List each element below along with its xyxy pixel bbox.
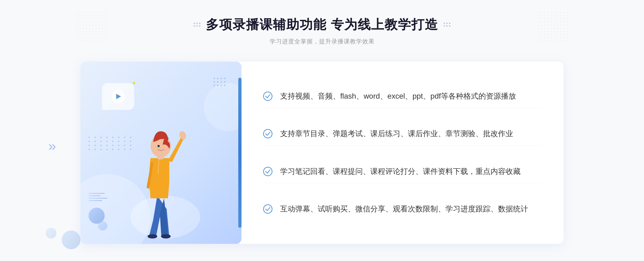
feature-text-1: 支持视频、音频、flash、word、excel、ppt、pdf等各种格式的资源… — [280, 90, 516, 102]
svg-point-2 — [161, 234, 171, 238]
feature-item-4: 互动弹幕、试听购买、微信分享、观看次数限制、学习进度跟踪、数据统计 — [263, 198, 542, 221]
check-icon-3 — [263, 167, 273, 176]
bg-circle-medium — [204, 83, 241, 131]
feature-item-2: 支持章节目录、弹题考试、课后练习、课后作业、章节测验、批改作业 — [263, 122, 542, 146]
feature-item-3: 学习笔记回看、课程提问、课程评论打分、课件资料下载，重点内容收藏 — [263, 160, 542, 183]
feature-text-2: 支持章节目录、弹题考试、课后练习、课后作业、章节测验、批改作业 — [280, 128, 513, 140]
right-panel: 支持视频、音频、flash、word、excel、ppt、pdf等各种格式的资源… — [241, 62, 564, 244]
title-dots-left — [193, 23, 200, 27]
title-row: 多项录播课辅助功能 专为线上教学打造 — [193, 16, 450, 33]
check-icon-2 — [263, 129, 273, 139]
svg-point-9 — [264, 167, 272, 176]
svg-point-8 — [264, 129, 272, 138]
illustration-figure — [122, 105, 208, 244]
feature-text-4: 互动弹幕、试听购买、微信分享、观看次数限制、学习进度跟踪、数据统计 — [280, 203, 528, 215]
check-icon-1 — [263, 91, 273, 101]
main-title: 多项录播课辅助功能 专为线上教学打造 — [206, 16, 438, 33]
header-section: 多项录播课辅助功能 专为线上教学打造 学习进度全掌握，提升录播课教学效果 — [193, 16, 450, 46]
left-panel: ✦ — [80, 62, 241, 244]
svg-point-6 — [158, 145, 160, 147]
inner-dot-grid — [214, 78, 225, 86]
bottom-circle-1 — [62, 230, 80, 249]
title-dots-right — [444, 23, 451, 27]
chevron-left-decoration: » — [48, 139, 56, 153]
svg-point-10 — [264, 205, 272, 213]
decorative-circles — [89, 208, 107, 230]
bottom-circle-2 — [46, 228, 56, 238]
svg-point-3 — [178, 130, 187, 140]
dot-grid-top-left — [75, 11, 107, 43]
sparkle-icon: ✦ — [132, 80, 136, 86]
feature-text-3: 学习笔记回看、课程提问、课程评论打分、课件资料下载，重点内容收藏 — [280, 166, 521, 178]
accent-bar — [238, 78, 241, 228]
page-wrapper: 多项录播课辅助功能 专为线上教学打造 学习进度全掌握，提升录播课教学效果 ✦ — [0, 0, 644, 261]
play-button-icon — [111, 90, 125, 103]
subtitle: 学习进度全掌握，提升录播课教学效果 — [270, 38, 375, 46]
feature-item-1: 支持视频、音频、flash、word、excel、ppt、pdf等各种格式的资源… — [263, 85, 542, 108]
svg-point-7 — [264, 92, 272, 100]
dot-grid-top-right — [537, 11, 569, 43]
svg-point-1 — [148, 234, 157, 238]
check-icon-4 — [263, 204, 273, 214]
content-card: ✦ — [80, 62, 564, 244]
stripes-decoration — [89, 193, 107, 201]
